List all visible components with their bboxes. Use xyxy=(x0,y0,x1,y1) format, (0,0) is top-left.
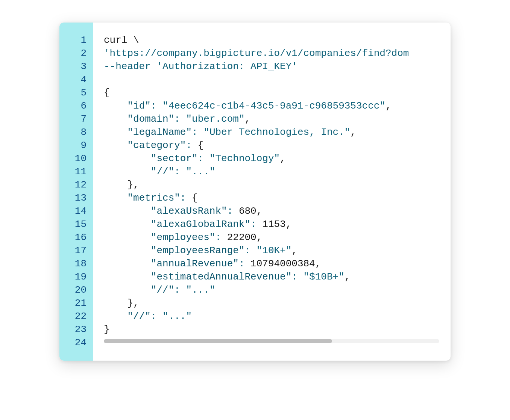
line-number: 20 xyxy=(59,284,87,297)
line-number: 19 xyxy=(59,270,87,284)
token-comma: , xyxy=(291,245,298,256)
token-string: "Uber Technologies, Inc." xyxy=(203,127,350,138)
token-key: "//" xyxy=(127,311,150,322)
code-snippet-card: 123456789101112131415161718192021222324 … xyxy=(59,23,451,361)
line-number: 21 xyxy=(59,297,87,310)
token-comma: , xyxy=(286,219,292,230)
token-colon: : xyxy=(198,153,204,164)
token-comma: , xyxy=(257,232,263,243)
token-brace-open: { xyxy=(198,140,204,151)
line-number: 18 xyxy=(59,257,87,270)
token-colon: : xyxy=(151,100,157,112)
token-brace-close: } xyxy=(127,179,133,190)
token-colon: : xyxy=(151,311,157,322)
token-comma: , xyxy=(133,298,139,309)
token-option: --header xyxy=(104,61,151,72)
line-number: 15 xyxy=(59,218,87,231)
token-brace-close: } xyxy=(127,298,133,309)
token-key: "metrics" xyxy=(127,192,180,204)
token-colon: : xyxy=(291,271,298,283)
line-number: 9 xyxy=(59,139,87,152)
token-key: "id" xyxy=(127,100,150,112)
line-number: 8 xyxy=(59,126,87,139)
code-content: curl \ 'https://company.bigpicture.io/v1… xyxy=(104,34,443,336)
line-number: 11 xyxy=(59,165,87,178)
token-key: "alexaUsRank" xyxy=(151,205,227,217)
line-number: 1 xyxy=(59,34,87,47)
line-number: 4 xyxy=(59,73,87,86)
token-number: 1153 xyxy=(262,219,285,230)
code-body: 123456789101112131415161718192021222324 … xyxy=(59,23,451,361)
token-key: "//" xyxy=(151,166,174,177)
token-comma: , xyxy=(280,153,286,164)
token-string: "4eec624c-c1b4-43c5-9a91-c96859353ccc" xyxy=(162,100,386,112)
token-number: 22200 xyxy=(227,232,257,243)
token-string: "uber.com" xyxy=(186,113,244,125)
horizontal-scrollbar-track[interactable] xyxy=(104,339,439,343)
token-string: "..." xyxy=(186,166,215,177)
line-number: 12 xyxy=(59,178,87,192)
token-header-arg: 'Authorization: API_KEY' xyxy=(156,61,297,72)
token-string: "Technology" xyxy=(209,153,280,164)
token-key: "estimatedAnnualRevenue" xyxy=(151,271,291,283)
line-number: 23 xyxy=(59,323,87,336)
token-brace-open: { xyxy=(104,87,110,98)
line-number: 16 xyxy=(59,231,87,244)
line-number: 10 xyxy=(59,152,87,165)
token-string: "10K+" xyxy=(257,245,292,256)
token-url: 'https://company.bigpicture.io/v1/compan… xyxy=(104,48,409,59)
horizontal-scrollbar-thumb[interactable] xyxy=(104,339,332,343)
line-number: 5 xyxy=(59,86,87,100)
line-number: 22 xyxy=(59,310,87,323)
token-key: "legalName" xyxy=(127,127,192,138)
token-brace-close: } xyxy=(104,324,110,335)
token-key: "employees" xyxy=(151,232,216,243)
line-number: 6 xyxy=(59,100,87,113)
token-colon: : xyxy=(239,258,245,269)
token-key: "//" xyxy=(151,284,174,296)
token-colon: : xyxy=(174,284,180,296)
token-key: "category" xyxy=(127,140,186,151)
line-number: 14 xyxy=(59,205,87,218)
token-colon: : xyxy=(244,245,250,256)
token-number: 10794000384 xyxy=(250,258,315,269)
token-backslash: \ xyxy=(133,35,139,46)
token-comma: , xyxy=(133,179,139,190)
token-key: "annualRevenue" xyxy=(151,258,239,269)
line-number: 7 xyxy=(59,113,87,126)
token-colon: : xyxy=(250,219,257,230)
token-comma: , xyxy=(345,271,351,283)
token-key: "alexaGlobalRank" xyxy=(151,219,250,230)
token-colon: : xyxy=(174,113,180,125)
token-comma: , xyxy=(245,113,251,125)
token-colon: : xyxy=(215,232,221,243)
line-number: 24 xyxy=(59,336,87,349)
line-number: 13 xyxy=(59,192,87,205)
code-area[interactable]: curl \ 'https://company.bigpicture.io/v1… xyxy=(93,23,451,361)
token-key: "employeesRange" xyxy=(151,245,245,256)
token-comma: , xyxy=(257,205,263,217)
token-colon: : xyxy=(192,127,198,138)
token-colon: : xyxy=(174,166,180,177)
token-brace-open: { xyxy=(192,192,198,204)
line-number: 2 xyxy=(59,47,87,60)
token-number: 680 xyxy=(239,205,257,217)
token-comma: , xyxy=(350,127,356,138)
line-number-gutter: 123456789101112131415161718192021222324 xyxy=(59,23,93,361)
token-colon: : xyxy=(186,140,192,151)
token-string: "..." xyxy=(186,284,215,296)
token-cmd: curl xyxy=(104,35,127,46)
token-string: "$10B+" xyxy=(304,271,345,283)
token-colon: : xyxy=(227,205,233,217)
line-number: 3 xyxy=(59,60,87,73)
token-key: "domain" xyxy=(127,113,174,125)
token-comma: , xyxy=(386,100,392,112)
token-comma: , xyxy=(315,258,321,269)
token-colon: : xyxy=(180,192,186,204)
token-key: "sector" xyxy=(151,153,198,164)
token-string: "..." xyxy=(162,311,192,322)
line-number: 17 xyxy=(59,244,87,257)
